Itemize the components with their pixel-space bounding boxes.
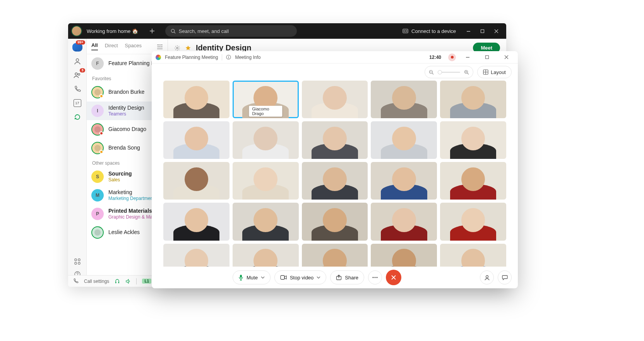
- window-close-button[interactable]: [489, 23, 503, 39]
- user-avatar[interactable]: [71, 26, 82, 36]
- filter-button[interactable]: [157, 44, 163, 49]
- video-tile[interactable]: [163, 203, 230, 240]
- video-tile[interactable]: [371, 81, 437, 118]
- svg-point-17: [228, 56, 229, 57]
- recording-indicator[interactable]: [448, 53, 456, 61]
- svg-rect-23: [281, 276, 284, 279]
- call-settings-icon: [73, 278, 79, 284]
- video-tile[interactable]: [233, 203, 299, 240]
- speaker-icon[interactable]: [125, 279, 131, 284]
- end-call-button[interactable]: [386, 270, 401, 285]
- search-input[interactable]: Search, meet, and call: [165, 25, 297, 37]
- item-subtitle: Graphic Design & Mark: [108, 214, 156, 220]
- nav-messaging[interactable]: 99+: [70, 41, 84, 53]
- nav-refresh[interactable]: [70, 111, 84, 123]
- avatar: I: [91, 105, 104, 117]
- people-outline-icon: [73, 57, 82, 65]
- chevron-down-icon[interactable]: [261, 276, 265, 279]
- video-tile[interactable]: [233, 162, 299, 200]
- line-indicator: L1: [142, 279, 151, 284]
- video-tile[interactable]: [440, 244, 506, 267]
- meeting-minimize-button[interactable]: [460, 51, 475, 63]
- share-icon: [336, 275, 342, 280]
- video-tile[interactable]: [371, 162, 437, 200]
- presence-status[interactable]: Working from home 🏠: [87, 28, 138, 34]
- tab-spaces[interactable]: Spaces: [125, 43, 142, 50]
- avatar: [91, 226, 104, 239]
- video-tile[interactable]: [440, 162, 506, 200]
- video-tile[interactable]: [302, 162, 368, 200]
- video-tile[interactable]: [302, 121, 368, 159]
- star-icon[interactable]: [185, 45, 191, 51]
- nav-contacts[interactable]: 3: [70, 69, 84, 81]
- zoom-thumb[interactable]: [438, 70, 442, 74]
- video-tile[interactable]: [440, 203, 506, 240]
- settings-icon[interactable]: [174, 45, 180, 51]
- video-tile[interactable]: [302, 244, 368, 267]
- video-tile[interactable]: [302, 203, 368, 240]
- zoom-out-icon[interactable]: [429, 70, 434, 75]
- connect-device-button[interactable]: Connect to a device: [402, 28, 456, 34]
- window-minimize-button[interactable]: [461, 23, 475, 39]
- video-tile[interactable]: [163, 244, 230, 267]
- headset-icon[interactable]: [115, 279, 120, 284]
- zoom-slider[interactable]: [425, 66, 473, 78]
- stop-video-button[interactable]: Stop video: [274, 270, 326, 284]
- meeting-info-link[interactable]: Meeting Info: [235, 55, 260, 60]
- search-icon: [171, 29, 176, 34]
- meeting-close-button[interactable]: [498, 51, 514, 63]
- chevron-down-icon[interactable]: [317, 276, 320, 279]
- svg-rect-9: [75, 262, 77, 264]
- avatar: M: [91, 189, 104, 202]
- nav-apps[interactable]: [70, 255, 84, 268]
- svg-point-13: [176, 47, 178, 48]
- nav-calendar[interactable]: 17: [70, 97, 84, 109]
- video-tile[interactable]: [163, 81, 230, 118]
- svg-rect-18: [485, 56, 488, 59]
- svg-rect-8: [78, 259, 80, 261]
- video-tile[interactable]: [233, 121, 299, 159]
- video-tile[interactable]: [163, 162, 230, 200]
- tab-all[interactable]: All: [91, 42, 98, 50]
- mute-button[interactable]: Mute: [233, 270, 271, 284]
- chat-panel-button[interactable]: [498, 270, 512, 284]
- svg-point-0: [171, 29, 174, 32]
- call-settings-link[interactable]: Call settings: [84, 279, 109, 284]
- avatar: [91, 123, 104, 136]
- video-tile[interactable]: [371, 121, 437, 159]
- tab-direct[interactable]: Direct: [105, 43, 118, 50]
- nav-calls[interactable]: [70, 83, 84, 95]
- video-tile[interactable]: Giacomo Drago: [233, 81, 299, 118]
- new-action-button[interactable]: [146, 25, 158, 37]
- video-tile[interactable]: [440, 121, 506, 159]
- meeting-maximize-button[interactable]: [479, 51, 495, 63]
- calendar-icon: 17: [74, 99, 81, 107]
- layout-button[interactable]: Layout: [477, 66, 512, 78]
- layout-icon: [483, 69, 488, 75]
- zoom-in-icon[interactable]: [464, 70, 469, 75]
- video-tile[interactable]: [440, 81, 506, 118]
- more-icon: [372, 277, 378, 278]
- share-button[interactable]: Share: [330, 270, 364, 284]
- video-grid: Giacomo Drago: [163, 81, 506, 267]
- refresh-icon: [74, 113, 81, 121]
- nav-teams[interactable]: [70, 55, 84, 67]
- window-maximize-button[interactable]: [475, 23, 489, 39]
- avatar: [91, 142, 104, 154]
- zoom-track[interactable]: [438, 72, 460, 73]
- video-tile[interactable]: [302, 81, 368, 118]
- svg-point-27: [377, 277, 378, 278]
- video-tile[interactable]: [371, 244, 437, 267]
- messaging-badge: 99+: [76, 40, 85, 45]
- more-options-button[interactable]: [368, 270, 382, 284]
- apps-icon: [74, 258, 81, 265]
- svg-point-26: [375, 277, 376, 278]
- item-name: Printed Materials: [108, 208, 156, 215]
- video-tile[interactable]: [233, 244, 299, 267]
- phone-icon: [74, 85, 81, 93]
- video-tile[interactable]: [371, 203, 437, 240]
- svg-point-28: [486, 276, 488, 278]
- video-tile[interactable]: [163, 121, 230, 159]
- meeting-title: Feature Planning Meeting: [165, 55, 218, 60]
- participants-button[interactable]: [480, 270, 494, 284]
